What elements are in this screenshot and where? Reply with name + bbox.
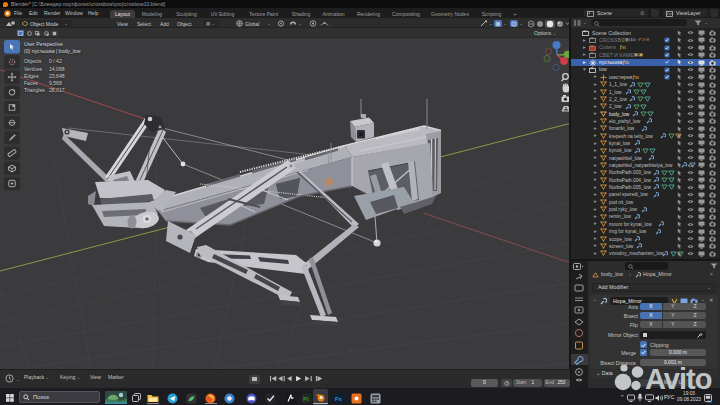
svg-text:Pt: Pt [303,396,309,402]
svg-text:Ps: Ps [334,396,341,402]
svg-text:23: 23 [708,400,712,403]
